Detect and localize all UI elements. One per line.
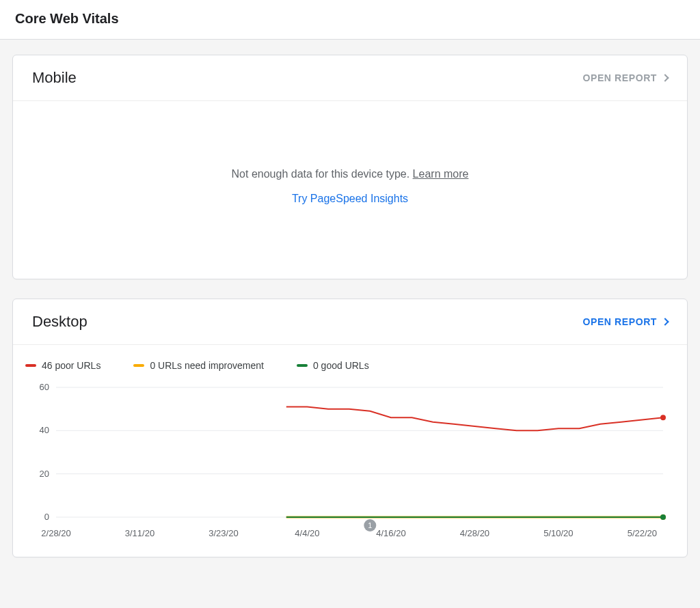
legend-good-label: 0 good URLs: [313, 360, 369, 371]
legend-good: 0 good URLs: [297, 360, 369, 371]
mobile-no-data-text: Not enough data for this device type.: [232, 168, 413, 180]
desktop-chart: 0204060 1 2/28/203/11/203/23/204/4/204/1…: [13, 378, 687, 557]
try-pagespeed-link[interactable]: Try PageSpeed Insights: [292, 193, 408, 205]
svg-text:20: 20: [40, 469, 49, 479]
svg-text:40: 40: [40, 425, 49, 435]
chart-x-ticks: 2/28/203/11/203/23/204/4/204/16/204/28/2…: [41, 528, 657, 538]
svg-text:0: 0: [44, 512, 49, 522]
desktop-card: Desktop OPEN REPORT 46 poor URLs 0 URLs …: [12, 299, 688, 557]
svg-text:4/28/20: 4/28/20: [460, 528, 489, 538]
legend-poor-label: 46 poor URLs: [42, 360, 100, 371]
mobile-card-header: Mobile OPEN REPORT: [13, 55, 687, 101]
svg-text:1: 1: [368, 521, 372, 529]
learn-more-link[interactable]: Learn more: [413, 168, 469, 180]
chevron-right-icon: [661, 74, 669, 81]
content-area: Mobile OPEN REPORT Not enough data for t…: [0, 40, 700, 592]
mobile-card: Mobile OPEN REPORT Not enough data for t…: [12, 55, 688, 279]
legend-need-label: 0 URLs need improvement: [150, 360, 264, 371]
topbar: Core Web Vitals: [0, 0, 700, 40]
svg-text:60: 60: [40, 382, 49, 392]
legend-swatch-good: [297, 364, 308, 367]
svg-point-8: [660, 415, 666, 420]
desktop-card-title: Desktop: [32, 313, 88, 331]
chart-y-ticks: 0204060: [40, 382, 49, 522]
mobile-no-data-message: Not enough data for this device type. Le…: [232, 168, 469, 180]
desktop-card-header: Desktop OPEN REPORT: [13, 299, 687, 345]
mobile-empty-state: Not enough data for this device type. Le…: [13, 101, 687, 279]
page-title: Core Web Vitals: [15, 11, 685, 27]
svg-text:5/10/20: 5/10/20: [543, 528, 573, 538]
svg-text:4/16/20: 4/16/20: [376, 528, 405, 538]
chart-svg: 0204060 1 2/28/203/11/203/23/204/4/204/1…: [25, 381, 675, 544]
svg-text:3/11/20: 3/11/20: [125, 528, 154, 538]
mobile-open-report-button[interactable]: OPEN REPORT: [582, 72, 668, 83]
legend-swatch-poor: [25, 364, 36, 367]
open-report-label: OPEN REPORT: [582, 316, 657, 327]
legend-need: 0 URLs need improvement: [133, 360, 264, 371]
svg-text:4/4/20: 4/4/20: [295, 528, 319, 538]
chart-annotation-badge: 1: [364, 519, 376, 531]
chart-series: [286, 407, 666, 521]
mobile-card-title: Mobile: [32, 69, 77, 87]
legend-swatch-need: [133, 364, 144, 367]
svg-text:2/28/20: 2/28/20: [41, 528, 70, 538]
open-report-label: OPEN REPORT: [582, 72, 657, 83]
desktop-open-report-button[interactable]: OPEN REPORT: [582, 316, 668, 327]
legend-poor: 46 poor URLs: [25, 360, 100, 371]
chevron-right-icon: [661, 318, 669, 325]
chart-legend: 46 poor URLs 0 URLs need improvement 0 g…: [13, 345, 687, 378]
svg-text:5/22/20: 5/22/20: [628, 528, 657, 538]
svg-text:3/23/20: 3/23/20: [208, 528, 238, 538]
svg-point-10: [660, 514, 666, 520]
chart-gridlines: [56, 387, 663, 517]
